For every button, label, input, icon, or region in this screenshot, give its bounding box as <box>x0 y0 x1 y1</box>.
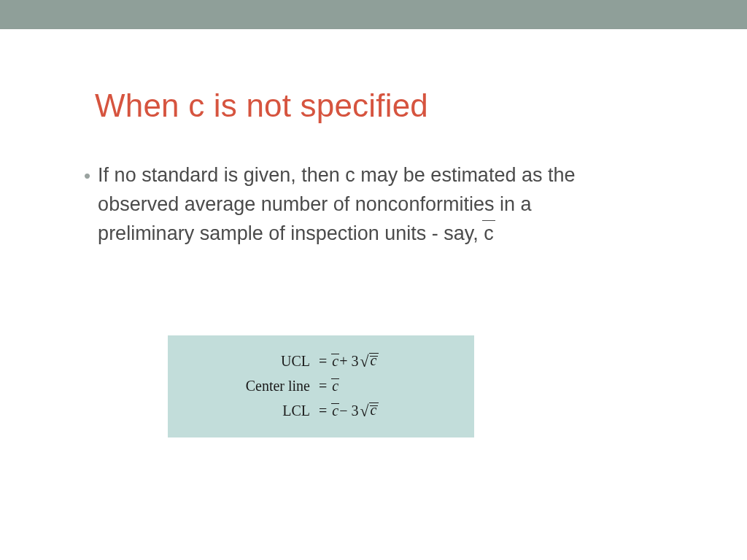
formula-box: UCL = c + 3 √ c Center line = c LCL = c <box>168 335 474 438</box>
ucl-rhs: c + 3 √ c <box>331 353 379 370</box>
radicand-c: c <box>369 353 379 367</box>
minus-three: − 3 <box>339 402 358 419</box>
ucl-label: UCL <box>182 353 314 370</box>
bullet-text: If no standard is given, then c may be e… <box>98 160 608 248</box>
sqrt-cbar: √ c <box>360 354 379 368</box>
lcl-rhs: c − 3 √ c <box>331 402 379 419</box>
c-bar-symbol: c <box>484 219 494 248</box>
slide-title: When c is not specified <box>95 88 428 124</box>
center-label: Center line <box>182 378 314 394</box>
radical-sign: √ <box>360 404 368 419</box>
c-bar: c <box>331 353 339 370</box>
bullet-item: • If no standard is given, then c may be… <box>84 160 608 248</box>
radicand-c: c <box>369 402 379 416</box>
slide-body: When c is not specified • If no standard… <box>0 29 747 560</box>
formula-lcl: LCL = c − 3 √ c <box>182 398 460 423</box>
equals-sign: = <box>314 353 331 370</box>
radical-sign: √ <box>360 354 368 369</box>
sqrt-cbar: √ c <box>360 403 379 418</box>
c-bar: c <box>331 402 339 419</box>
header-accent-bar <box>0 0 747 29</box>
bullet-marker: • <box>84 162 90 190</box>
c-bar: c <box>331 378 339 394</box>
center-rhs: c <box>331 378 339 394</box>
lcl-label: LCL <box>182 402 314 419</box>
formula-center: Center line = c <box>182 373 460 398</box>
equals-sign: = <box>314 378 331 394</box>
plus-three: + 3 <box>339 353 358 370</box>
equals-sign: = <box>314 402 331 419</box>
bullet-text-main: If no standard is given, then c may be e… <box>98 164 575 244</box>
formula-ucl: UCL = c + 3 √ c <box>182 349 460 373</box>
